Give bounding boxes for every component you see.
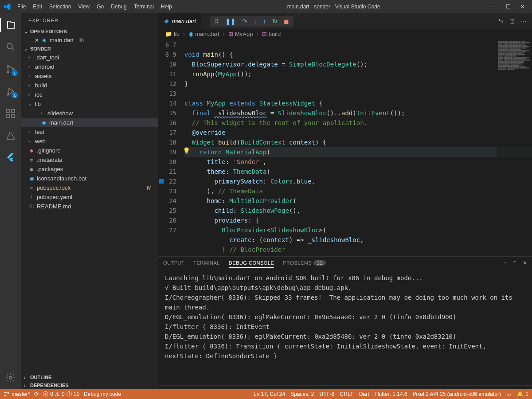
flutter-version[interactable]: Flutter: 1.14.6 xyxy=(375,391,407,397)
language-mode[interactable]: Dart xyxy=(359,391,369,397)
minimap[interactable]: ██████████████████ █████████████████████… xyxy=(497,39,532,256)
tree-item-assets[interactable]: ›assets xyxy=(21,71,158,81)
chevron-icon: ⌄ xyxy=(28,102,33,106)
debug-console-input[interactable]: › xyxy=(158,385,532,389)
tree-item-build[interactable]: ›build xyxy=(21,81,158,90)
settings-icon[interactable] xyxy=(0,371,21,385)
code-area[interactable]: void main() { BlocSupervisor.delegate = … xyxy=(184,39,532,256)
chevron-icon: › xyxy=(28,139,33,144)
menu-file[interactable]: File xyxy=(14,2,29,12)
tree-item--packages[interactable]: ≡.packages xyxy=(21,164,158,174)
eol[interactable]: CRLF xyxy=(340,391,354,397)
tree-item-slideshow[interactable]: ›slideshow xyxy=(21,109,158,118)
project-section[interactable]: ⌄SONDER xyxy=(21,45,158,53)
explorer-icon[interactable] xyxy=(0,18,21,32)
svg-point-4 xyxy=(7,94,9,95)
debug-console-output[interactable]: Launching lib\main.dart on Android SDK b… xyxy=(158,270,532,385)
debug-target[interactable]: Debug my code xyxy=(84,391,121,397)
breadcrumb-item[interactable]: ◉main.dart xyxy=(188,31,219,37)
editor-body[interactable]: 6 7 8 9 10 11 12 13 14 15 16 17 18 19 20… xyxy=(158,39,532,256)
split-editor-icon[interactable]: ◫ xyxy=(509,18,515,24)
stop-icon[interactable]: ◼ xyxy=(284,18,289,25)
breadcrumb-item[interactable]: 📁lib xyxy=(165,31,180,37)
compare-icon[interactable]: ⇆ xyxy=(498,18,503,24)
open-editors-section[interactable]: ⌄OPEN EDITORS xyxy=(21,27,158,35)
panel-tab-terminal[interactable]: TERMINAL xyxy=(193,258,220,268)
panel-tab-problems[interactable]: PROBLEMS11 xyxy=(283,258,325,268)
menu-help[interactable]: Help xyxy=(158,2,175,12)
tree-item-web[interactable]: ›web xyxy=(21,137,158,146)
breadcrumb-item[interactable]: ⊞MyApp xyxy=(228,31,253,37)
notifications-icon[interactable]: 🔔 1 xyxy=(517,391,528,397)
step-over-icon[interactable]: ↷ xyxy=(242,18,247,25)
debug-toolbar: ⠿ ❚❚ ↷ ↓ ↑ ↻ ◼ xyxy=(210,16,293,27)
indentation[interactable]: Spaces: 2 xyxy=(290,391,314,397)
device[interactable]: Pixel 2 API 25 (android-x86 emulator) xyxy=(413,391,501,397)
tree-item-iconsandlaunch-bat[interactable]: ▣iconsandlaunch.bat xyxy=(21,174,158,183)
pause-icon[interactable]: ❚❚ xyxy=(225,18,236,25)
lightbulb-icon[interactable]: 💡 xyxy=(183,147,190,154)
svg-point-2 xyxy=(7,71,9,73)
close-button[interactable]: ✕ xyxy=(520,4,525,10)
svg-point-9 xyxy=(9,376,12,379)
svg-point-1 xyxy=(7,66,9,67)
minimize-button[interactable]: ─ xyxy=(492,4,496,10)
step-into-icon[interactable]: ↓ xyxy=(254,18,257,25)
testing-icon[interactable] xyxy=(0,129,21,143)
file-icon: ▣ xyxy=(28,176,35,182)
debug-icon[interactable]: 1 xyxy=(0,84,21,98)
close-icon[interactable]: ✕ xyxy=(35,37,39,43)
svg-rect-8 xyxy=(12,114,15,117)
tree-item--gitignore[interactable]: ◆.gitignore xyxy=(21,146,158,155)
svg-point-11 xyxy=(4,392,5,393)
sync-icon[interactable]: ⟳ xyxy=(34,391,39,397)
chevron-icon: › xyxy=(28,92,33,97)
tree-item-ios[interactable]: ›ios xyxy=(21,90,158,99)
menu-view[interactable]: View xyxy=(75,2,93,12)
tree-item-lib[interactable]: ⌄lib xyxy=(21,99,158,109)
source-control-icon[interactable]: 1 xyxy=(0,62,21,76)
encoding[interactable]: UTF-8 xyxy=(320,391,335,397)
git-branch[interactable]: master* xyxy=(4,391,30,397)
feedback-icon[interactable]: ☺ xyxy=(506,391,512,397)
dependencies-section[interactable]: ›DEPENDENCIES xyxy=(21,381,158,389)
menu-terminal[interactable]: Terminal xyxy=(131,2,157,12)
tree-item-README-md[interactable]: ⓘREADME.md xyxy=(21,202,158,211)
tree-item-pubspec-lock[interactable]: ≡pubspec.lockM xyxy=(21,183,158,192)
editor-tab[interactable]: ◉ main.dart ● xyxy=(158,13,201,29)
chevron-icon: › xyxy=(28,129,33,134)
breadcrumb-item[interactable]: ⊡build xyxy=(262,31,281,37)
menu-selection[interactable]: Selection xyxy=(46,2,74,12)
menu-edit[interactable]: Edit xyxy=(30,2,45,12)
step-out-icon[interactable]: ↑ xyxy=(263,18,266,25)
panel-tab-debug-console[interactable]: DEBUG CONSOLE xyxy=(229,258,274,268)
close-panel-icon[interactable]: ✕ xyxy=(523,260,527,266)
maximize-button[interactable]: ☐ xyxy=(506,4,511,10)
cursor-position[interactable]: Ln 17, Col 24 xyxy=(254,391,285,397)
breakpoint-marker[interactable] xyxy=(158,176,165,186)
filter-icon[interactable]: ≡ xyxy=(504,260,506,266)
menu-go[interactable]: Go xyxy=(94,2,107,12)
collapse-icon[interactable]: ⌃ xyxy=(512,260,516,266)
drag-handle-icon[interactable]: ⠿ xyxy=(215,18,219,25)
menu-debug[interactable]: Debug xyxy=(108,2,129,12)
more-icon[interactable]: ⋯ xyxy=(521,18,527,24)
problems-status[interactable]: ⓧ 0 ⚠ 0 ⓘ 11 xyxy=(43,391,79,398)
search-icon[interactable] xyxy=(0,40,21,54)
tree-item-test[interactable]: ›test xyxy=(21,127,158,137)
svg-point-0 xyxy=(7,43,12,49)
file-icon: ! xyxy=(28,194,35,200)
tree-item--dart_tool[interactable]: ›.dart_tool xyxy=(21,53,158,62)
tree-item-main-dart[interactable]: ◉main.dart xyxy=(21,118,158,127)
tree-item-pubspec-yaml[interactable]: !pubspec.yaml xyxy=(21,192,158,202)
tree-item-android[interactable]: ›android xyxy=(21,62,158,71)
outline-section[interactable]: ›OUTLINE xyxy=(21,373,158,381)
breadcrumb[interactable]: 📁lib›◉main.dart›⊞MyApp›⊡build xyxy=(158,29,532,39)
panel-tabs: OUTPUTTERMINALDEBUG CONSOLEPROBLEMS11 ≡ … xyxy=(158,257,532,270)
panel-tab-output[interactable]: OUTPUT xyxy=(163,258,184,268)
restart-icon[interactable]: ↻ xyxy=(272,18,278,25)
extensions-icon[interactable] xyxy=(0,106,21,121)
open-editor-item[interactable]: ✕ ◉ main.dartlib xyxy=(21,35,158,45)
flutter-icon[interactable] xyxy=(0,151,21,165)
tree-item--metadata[interactable]: ≡.metadata xyxy=(21,155,158,164)
